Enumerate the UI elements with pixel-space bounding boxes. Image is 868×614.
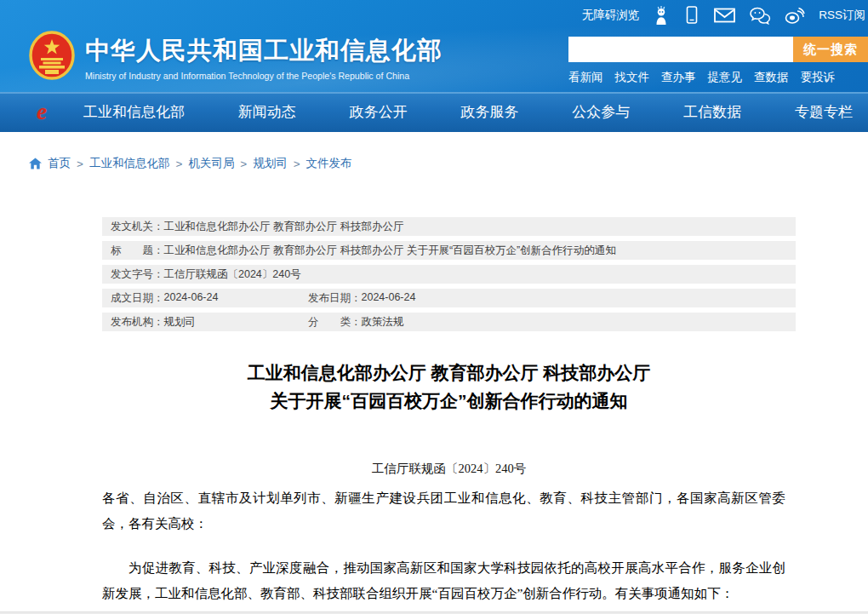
document-title-line1: 工业和信息化部办公厅 教育部办公厅 科技部办公厅	[102, 359, 796, 387]
breadcrumb-file-release[interactable]: 文件发布	[306, 156, 352, 171]
meta-row-doc-number: 发文字号： 工信厅联规函〔2024〕240号	[102, 265, 796, 284]
nav-item-data[interactable]: 工信数据	[683, 102, 741, 122]
meta-value: 2024-06-24	[362, 291, 416, 306]
site-title-block[interactable]: 中华人民共和国工业和信息化部 Ministry of Industry and …	[85, 34, 443, 81]
nav-item-gov-affairs[interactable]: 政务公开	[350, 102, 408, 122]
document-number: 工信厅联规函〔2024〕240号	[102, 461, 796, 477]
rss-link[interactable]: RSS订阅	[819, 8, 865, 23]
wechat-icon[interactable]	[749, 6, 771, 25]
quick-link-news[interactable]: 看新闻	[568, 70, 603, 85]
meta-value: 工业和信息化部办公厅 教育部办公厅 科技部办公厅	[164, 220, 404, 234]
nav-item-miit[interactable]: 工业和信息化部	[83, 102, 185, 122]
mascot-robot-icon[interactable]	[652, 5, 671, 26]
meta-label: 分 类：	[308, 315, 362, 330]
document-paragraph-addressees: 各省、自治区、直辖市及计划单列市、新疆生产建设兵团工业和信息化、教育、科技主管部…	[102, 485, 796, 537]
meta-value: 工业和信息化部办公厅 教育部办公厅 科技部办公厅 关于开展“百园百校万企”创新合…	[164, 244, 616, 258]
accessibility-link[interactable]: 无障碍浏览	[582, 8, 640, 23]
meta-label: 标 题：	[111, 244, 164, 258]
breadcrumb-departments[interactable]: 机关司局	[188, 156, 234, 171]
unified-search-button[interactable]: 统一搜索	[793, 37, 868, 62]
document-content: 发文机关： 工业和信息化部办公厅 教育部办公厅 科技部办公厅 标 题： 工业和信…	[102, 217, 796, 606]
miit-e-logo-icon[interactable]: e	[29, 99, 54, 126]
mail-icon[interactable]	[713, 6, 736, 25]
document-title: 工业和信息化部办公厅 教育部办公厅 科技部办公厅 关于开展“百园百校万企”创新合…	[102, 359, 796, 415]
search-input[interactable]	[568, 37, 793, 62]
masthead: 无障碍浏览	[0, 0, 868, 92]
meta-label: 发文字号：	[111, 267, 164, 282]
site-subtitle: Ministry of Industry and Information Tec…	[85, 71, 443, 81]
quick-link-complaint[interactable]: 要投诉	[801, 70, 836, 85]
meta-row-dates: 成文日期： 2024-06-24 发布日期： 2024-06-24	[102, 289, 796, 307]
meta-value: 规划司	[164, 315, 197, 330]
breadcrumb: 首页 > 工业和信息化部 > 机关司局 > 规划司 > 文件发布	[29, 156, 868, 171]
top-utility-bar: 无障碍浏览	[0, 0, 868, 30]
national-emblem-logo[interactable]	[29, 31, 75, 80]
meta-value: 政策法规	[362, 315, 404, 330]
meta-label: 成文日期：	[111, 291, 164, 306]
meta-value: 工信厅联规函〔2024〕240号	[164, 267, 301, 282]
quick-link-suggest[interactable]: 提意见	[708, 70, 743, 85]
nav-items: 工业和信息化部 新闻动态 政务公开 政务服务 公众参与 工信数据 专题专栏	[83, 102, 853, 122]
main-nav: e 工业和信息化部 新闻动态 政务公开 政务服务 公众参与 工信数据 专题专栏	[0, 92, 868, 132]
mobile-icon[interactable]	[683, 5, 700, 26]
breadcrumb-separator: >	[77, 158, 83, 170]
home-icon[interactable]	[29, 158, 42, 169]
meta-label: 发布日期：	[308, 291, 362, 306]
breadcrumb-miit[interactable]: 工业和信息化部	[89, 156, 170, 171]
site-title: 中华人民共和国工业和信息化部	[85, 34, 443, 68]
weibo-icon[interactable]	[784, 6, 806, 25]
nav-item-gov-services[interactable]: 政务服务	[460, 102, 518, 122]
quick-link-data[interactable]: 查数据	[754, 70, 789, 85]
meta-value: 2024-06-24	[164, 291, 219, 306]
meta-label: 发布机构：	[111, 315, 164, 330]
breadcrumb-separator: >	[240, 158, 247, 170]
breadcrumb-planning-dept[interactable]: 规划司	[253, 156, 288, 171]
meta-row-title: 标 题： 工业和信息化部办公厅 教育部办公厅 科技部办公厅 关于开展“百园百校万…	[102, 241, 796, 260]
nav-item-topics[interactable]: 专题专栏	[795, 102, 853, 122]
breadcrumb-separator: >	[175, 158, 182, 170]
site-header: 中华人民共和国工业和信息化部 Ministry of Industry and …	[0, 30, 868, 92]
nav-item-participation[interactable]: 公众参与	[572, 102, 630, 122]
search-zone: 统一搜索 看新闻 找文件 查办事 提意见 查数据 要投诉	[568, 37, 868, 85]
meta-row-org-category: 发布机构： 规划司 分 类： 政策法规	[102, 313, 796, 331]
quick-link-files[interactable]: 找文件	[615, 70, 650, 85]
breadcrumb-separator: >	[294, 158, 300, 170]
meta-label: 发文机关：	[111, 220, 164, 234]
document-paragraph-intro: 为促进教育、科技、产业深度融合，推动国家高新区和国家大学科技园依托的高校开展高水…	[102, 555, 796, 606]
quick-links: 看新闻 找文件 查办事 提意见 查数据 要投诉	[568, 70, 868, 85]
quick-link-services[interactable]: 查办事	[661, 70, 696, 85]
nav-item-news[interactable]: 新闻动态	[238, 102, 296, 122]
meta-row-issuing-agency: 发文机关： 工业和信息化部办公厅 教育部办公厅 科技部办公厅	[102, 217, 796, 236]
breadcrumb-home[interactable]: 首页	[48, 156, 71, 171]
document-title-line2: 关于开展“百园百校万企”创新合作行动的通知	[102, 387, 796, 415]
